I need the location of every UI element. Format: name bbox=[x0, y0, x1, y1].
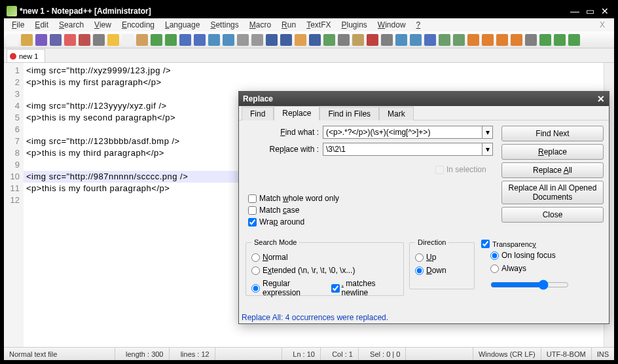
menu-textfx[interactable]: TextFX bbox=[301, 19, 336, 31]
close-icon[interactable] bbox=[64, 34, 76, 46]
toolbar bbox=[4, 31, 614, 48]
replace-icon[interactable] bbox=[194, 34, 206, 46]
next-diff-icon[interactable] bbox=[496, 34, 508, 46]
replace-all-opened-button[interactable]: Replace All in All Opened Documents bbox=[501, 181, 604, 204]
match-case-option[interactable]: Match case bbox=[248, 206, 339, 215]
dialog-tabs: Find Replace Find in Files Mark bbox=[239, 106, 609, 120]
save-all-icon[interactable] bbox=[50, 34, 62, 46]
menu-edit[interactable]: Edit bbox=[29, 19, 54, 31]
first-diff-icon[interactable] bbox=[467, 34, 479, 46]
in-selection-checkbox bbox=[435, 166, 444, 174]
maximize-button[interactable]: ▭ bbox=[586, 6, 594, 16]
sync-h-icon[interactable] bbox=[251, 34, 263, 46]
matches-newline-checkbox[interactable] bbox=[331, 284, 340, 293]
macro-play-icon[interactable] bbox=[395, 34, 407, 46]
last-diff-icon[interactable] bbox=[511, 34, 522, 46]
menu-window[interactable]: Window bbox=[373, 19, 411, 31]
direction-group: Direction Up Down bbox=[409, 238, 475, 289]
status-eol: Windows (CR LF) bbox=[473, 348, 541, 360]
macro-repeat-icon[interactable] bbox=[410, 34, 422, 46]
app-icon bbox=[7, 6, 17, 16]
undo-icon[interactable] bbox=[151, 34, 162, 46]
tab-find-in-files[interactable]: Find in Files bbox=[319, 107, 379, 120]
find-icon[interactable] bbox=[179, 34, 191, 46]
macro-save-icon[interactable] bbox=[424, 34, 436, 46]
transparency-on-losing[interactable]: On losing focus bbox=[490, 251, 592, 260]
direction-down[interactable]: Down bbox=[415, 266, 469, 275]
menu-plugins[interactable]: Plugins bbox=[336, 19, 372, 31]
statusbar: Normal text file length : 300 lines : 12… bbox=[4, 347, 614, 360]
prev-diff-icon[interactable] bbox=[482, 34, 494, 46]
search-mode-extended[interactable]: Extended (\n, \r, \t, \0, \x...) bbox=[251, 266, 398, 275]
dialog-close-button-2[interactable]: Close bbox=[501, 207, 604, 223]
file-tab[interactable]: new 1 bbox=[7, 49, 45, 62]
udl-icon[interactable] bbox=[309, 34, 321, 46]
close-button[interactable]: ✕ bbox=[601, 6, 609, 16]
menubar: FileEditSearchViewEncodingLanguageSettin… bbox=[4, 18, 614, 31]
close-all-icon[interactable] bbox=[79, 34, 90, 46]
menu-?[interactable]: ? bbox=[411, 19, 426, 31]
copy-icon[interactable] bbox=[122, 34, 134, 46]
whole-word-option[interactable]: Match whole word only bbox=[248, 194, 339, 203]
find-next-button[interactable]: Find Next bbox=[501, 126, 604, 141]
direction-up[interactable]: Up bbox=[415, 253, 469, 262]
search-mode-normal[interactable]: Normal bbox=[251, 253, 398, 262]
tab-mark[interactable]: Mark bbox=[379, 107, 414, 120]
menu-view[interactable]: View bbox=[89, 19, 117, 31]
replace-history-dropdown[interactable]: ▾ bbox=[482, 143, 493, 156]
titlebar: *new 1 - Notepad++ [Administrator] — ▭ ✕ bbox=[4, 4, 614, 18]
replace-with-input[interactable] bbox=[323, 143, 482, 156]
menu-file[interactable]: File bbox=[7, 19, 29, 31]
menu-settings[interactable]: Settings bbox=[205, 19, 244, 31]
menu-run[interactable]: Run bbox=[276, 19, 301, 31]
spell-next-icon[interactable] bbox=[568, 34, 580, 46]
open-file-icon[interactable] bbox=[21, 34, 33, 46]
replace-with-label: Replace with : bbox=[244, 145, 323, 154]
tab-replace[interactable]: Replace bbox=[274, 106, 319, 120]
macro-stop-icon[interactable] bbox=[381, 34, 393, 46]
tab-find[interactable]: Find bbox=[242, 107, 274, 120]
wrap-around-option[interactable]: Wrap around bbox=[248, 217, 339, 227]
match-case-checkbox[interactable] bbox=[248, 206, 257, 215]
macro-record-icon[interactable] bbox=[367, 34, 378, 46]
unsaved-indicator-icon bbox=[10, 53, 16, 60]
minimize-button[interactable]: — bbox=[570, 6, 579, 16]
search-mode-regex[interactable]: Regular expression . matches newline bbox=[251, 279, 398, 297]
indent-guide-icon[interactable] bbox=[295, 34, 306, 46]
replace-button[interactable]: Replace bbox=[501, 144, 604, 160]
zoom-in-icon[interactable] bbox=[208, 34, 220, 46]
cut-icon[interactable] bbox=[107, 34, 119, 46]
function-list-icon[interactable] bbox=[338, 34, 350, 46]
transparency-slider[interactable] bbox=[490, 280, 569, 290]
spell-icon[interactable] bbox=[539, 34, 551, 46]
menu-search[interactable]: Search bbox=[54, 19, 89, 31]
new-file-icon[interactable] bbox=[7, 34, 18, 46]
folder-icon[interactable] bbox=[352, 34, 364, 46]
wrap-icon[interactable] bbox=[266, 34, 278, 46]
show-all-icon[interactable] bbox=[280, 34, 292, 46]
window-title: *new 1 - Notepad++ [Administrator] bbox=[20, 7, 570, 16]
transparency-checkbox[interactable] bbox=[481, 240, 490, 248]
menu-language[interactable]: Language bbox=[160, 19, 205, 31]
wrap-around-checkbox[interactable] bbox=[248, 218, 257, 227]
zoom-out-icon[interactable] bbox=[223, 34, 234, 46]
find-what-input[interactable] bbox=[323, 126, 482, 139]
sync-v-icon[interactable] bbox=[237, 34, 249, 46]
compare-clear-icon[interactable] bbox=[453, 34, 465, 46]
doc-map-icon[interactable] bbox=[323, 34, 335, 46]
whole-word-checkbox[interactable] bbox=[248, 194, 257, 203]
menu-hint: X bbox=[594, 19, 611, 31]
paste-icon[interactable] bbox=[136, 34, 148, 46]
compare-icon[interactable] bbox=[439, 34, 450, 46]
save-icon[interactable] bbox=[35, 34, 47, 46]
spell-prev-icon[interactable] bbox=[554, 34, 566, 46]
transparency-always[interactable]: Always bbox=[490, 264, 592, 273]
print-icon[interactable] bbox=[93, 34, 105, 46]
menu-encoding[interactable]: Encoding bbox=[117, 19, 160, 31]
menu-macro[interactable]: Macro bbox=[244, 19, 276, 31]
dialog-close-button[interactable]: ✕ bbox=[597, 94, 605, 104]
replace-all-button[interactable]: Replace All bbox=[501, 162, 604, 178]
nav-icon[interactable] bbox=[525, 34, 537, 46]
find-history-dropdown[interactable]: ▾ bbox=[482, 126, 493, 139]
redo-icon[interactable] bbox=[165, 34, 177, 46]
